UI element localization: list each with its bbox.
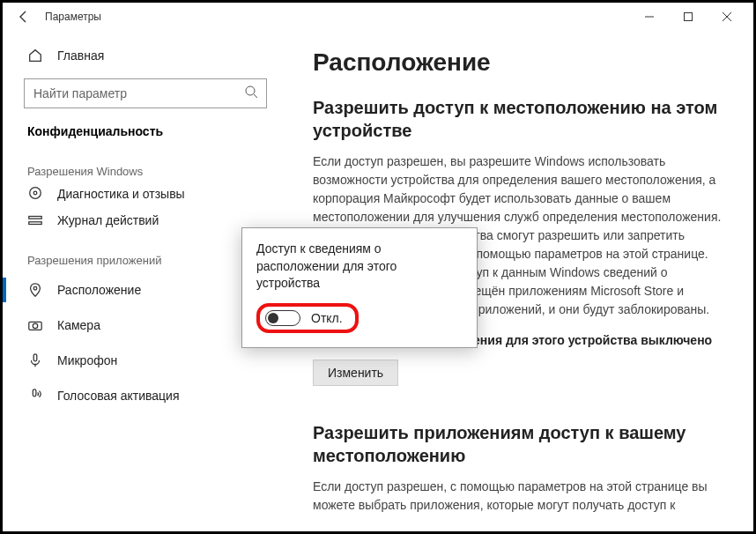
svg-point-6 [30,188,41,199]
sidebar-category[interactable]: Конфиденциальность [3,114,285,149]
popup-title: Доступ к сведениям о расположении для эт… [256,241,463,293]
sidebar-item-label: Расположение [57,283,141,297]
titlebar: Параметры [3,3,753,31]
svg-rect-13 [33,354,37,361]
page-title: Расположение [313,48,725,77]
location-toggle[interactable] [265,310,300,326]
section-heading-2: Разрешить приложениям доступ к вашему ме… [313,421,725,467]
microphone-icon [27,352,43,368]
sidebar-section-windows: Разрешения Windows [3,149,285,183]
sidebar-home-label: Главная [57,48,104,63]
svg-point-10 [33,286,37,290]
svg-point-4 [246,86,255,95]
section-heading-1: Разрешить доступ к местоположению на это… [313,96,725,142]
sidebar-home[interactable]: Главная [3,38,285,73]
toggle-label: Откл. [311,311,343,325]
minimize-button[interactable] [630,3,669,31]
location-access-popup: Доступ к сведениям о расположении для эт… [241,227,478,348]
sidebar-category-label: Конфиденциальность [27,124,163,138]
toggle-highlight: Откл. [256,303,359,333]
sidebar-item-diagnostics[interactable]: Диагностика и отзывы [3,183,285,203]
sidebar-item-label: Камера [57,318,100,332]
home-icon [27,48,43,63]
svg-rect-9 [29,222,41,225]
sidebar-item-label: Голосовая активация [57,389,180,403]
sidebar-item-label: Микрофон [57,353,117,367]
svg-point-7 [33,191,37,195]
change-button[interactable]: Изменить [313,360,398,386]
sidebar-item-voice-activation[interactable]: Голосовая активация [3,378,285,413]
diagnostics-icon [27,185,43,201]
sidebar-item-label: Диагностика и отзывы [57,187,185,201]
search-icon [244,85,258,102]
svg-rect-15 [33,389,36,397]
voice-icon [27,388,43,404]
back-button[interactable] [10,10,38,24]
camera-icon [27,317,43,333]
window-title: Параметры [38,11,630,23]
location-icon [27,282,43,298]
svg-rect-8 [29,217,41,219]
section-description-2: Если доступ разрешен, с помощью параметр… [313,478,725,515]
close-button[interactable] [708,3,746,31]
sidebar-item-microphone[interactable]: Микрофон [3,343,285,378]
svg-point-12 [33,323,37,328]
search-input[interactable] [24,78,267,108]
history-icon [27,212,43,228]
maximize-button[interactable] [669,3,708,31]
svg-line-5 [254,94,257,98]
svg-rect-1 [685,13,693,21]
sidebar-item-label: Журнал действий [57,213,159,227]
